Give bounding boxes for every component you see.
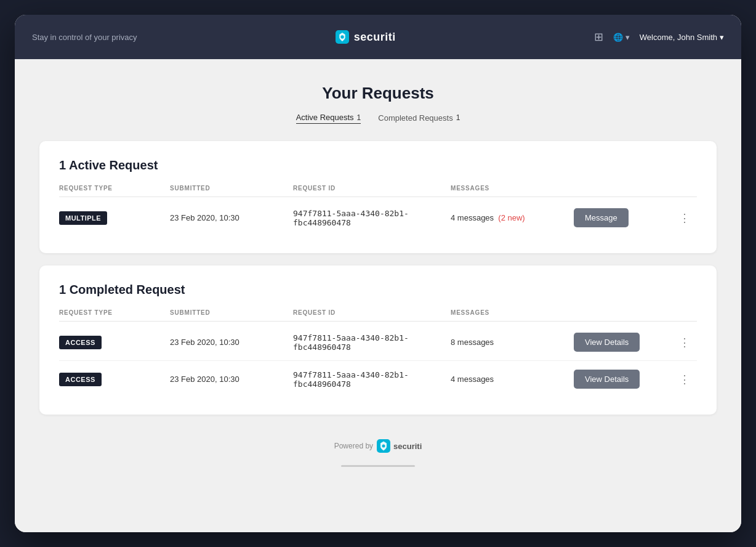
tab-active-requests[interactable]: Active Requests 1 — [296, 113, 361, 124]
more-options-icon[interactable]: ⋮ — [672, 336, 697, 349]
request-id: 947f7811-5aaa-4340-82b1-fbc448960478 — [293, 370, 451, 389]
col-more-2 — [672, 309, 697, 316]
col-request-type-2: REQUEST TYPE — [59, 309, 170, 316]
col-messages-1: MESSAGES — [451, 185, 574, 192]
more-options-icon[interactable]: ⋮ — [672, 373, 697, 386]
footer-logo-icon — [377, 439, 390, 453]
action-cell: Message — [574, 208, 672, 227]
messages-count: 8 messages — [451, 338, 574, 347]
svg-point-1 — [340, 35, 344, 39]
header: Stay in control of your privacy securiti… — [15, 15, 741, 59]
col-action-2 — [574, 309, 672, 316]
user-menu[interactable]: Welcome, John Smith ▾ — [640, 33, 724, 42]
globe-chevron-icon: ▾ — [625, 33, 630, 42]
table-row: MULTIPLE 23 Feb 2020, 10:30 947f7811-5aa… — [59, 200, 697, 236]
table-row: ACCESS 23 Feb 2020, 10:30 947f7811-5aaa-… — [59, 361, 697, 397]
messages-new: (2 new) — [498, 213, 525, 222]
badge-access-2: ACCESS — [59, 373, 170, 386]
col-submitted-1: SUBMITTED — [170, 185, 293, 192]
completed-requests-label: Completed Requests — [378, 113, 452, 123]
globe-icon: 🌐 — [613, 33, 623, 42]
messages-count: 4 messages — [451, 375, 574, 384]
col-request-type-1: REQUEST TYPE — [59, 185, 170, 192]
tabs-row: Active Requests 1 Completed Requests 1 — [39, 113, 717, 124]
page-title: Your Requests — [39, 84, 717, 103]
header-right: ⊞ 🌐 ▾ Welcome, John Smith ▾ — [594, 30, 724, 44]
request-id: 947f7811-5aaa-4340-82b1-fbc448960478 — [293, 333, 451, 352]
powered-by-text: Powered by — [334, 442, 373, 450]
logo-area: securiti — [137, 30, 594, 44]
badge-multiple: MULTIPLE — [59, 211, 170, 225]
badge-access-1: ACCESS — [59, 336, 170, 349]
completed-table-header: REQUEST TYPE SUBMITTED REQUEST ID MESSAG… — [59, 309, 697, 322]
request-id: 947f7811-5aaa-4340-82b1-fbc448960478 — [293, 209, 451, 227]
view-details-button-1[interactable]: View Details — [574, 333, 640, 352]
privacy-text: Stay in control of your privacy — [32, 33, 137, 42]
footer-logo-name: securiti — [393, 442, 422, 451]
view-details-button-2[interactable]: View Details — [574, 370, 640, 389]
active-requests-count: 1 — [357, 113, 361, 122]
col-submitted-2: SUBMITTED — [170, 309, 293, 316]
securiti-logo-icon — [336, 30, 349, 44]
device-frame: Stay in control of your privacy securiti… — [15, 15, 741, 532]
col-request-id-2: REQUEST ID — [293, 309, 451, 316]
logo-text: securiti — [354, 31, 396, 44]
col-more-1 — [672, 185, 697, 192]
svg-point-3 — [382, 445, 385, 448]
completed-requests-count: 1 — [456, 113, 460, 122]
active-card-title: 1 Active Request — [59, 158, 697, 172]
footer: Powered by securiti — [39, 427, 717, 465]
user-label: Welcome, John Smith — [640, 33, 717, 42]
messages-count: 4 messages (2 new) — [451, 213, 574, 222]
active-requests-label: Active Requests — [296, 113, 354, 122]
message-button[interactable]: Message — [574, 208, 629, 227]
submitted-date: 23 Feb 2020, 10:30 — [170, 213, 293, 222]
footer-logo: securiti — [377, 439, 422, 453]
completed-card-title: 1 Completed Request — [59, 283, 697, 297]
type-badge: MULTIPLE — [59, 211, 107, 225]
submitted-date: 23 Feb 2020, 10:30 — [170, 375, 293, 384]
type-badge: ACCESS — [59, 336, 102, 349]
col-request-id-1: REQUEST ID — [293, 185, 451, 192]
col-messages-2: MESSAGES — [451, 309, 574, 316]
table-row: ACCESS 23 Feb 2020, 10:30 947f7811-5aaa-… — [59, 324, 697, 361]
active-table-header: REQUEST TYPE SUBMITTED REQUEST ID MESSAG… — [59, 185, 697, 197]
active-requests-card: 1 Active Request REQUEST TYPE SUBMITTED … — [39, 141, 717, 253]
col-action-1 — [574, 185, 672, 192]
user-chevron-icon: ▾ — [720, 33, 724, 42]
type-badge: ACCESS — [59, 373, 102, 386]
more-options-icon[interactable]: ⋮ — [672, 211, 697, 225]
tab-completed-requests[interactable]: Completed Requests 1 — [378, 113, 460, 124]
action-cell: View Details — [574, 370, 672, 389]
action-cell: View Details — [574, 333, 672, 352]
language-selector[interactable]: 🌐 ▾ — [613, 33, 630, 42]
submitted-date: 23 Feb 2020, 10:30 — [170, 338, 293, 347]
completed-requests-card: 1 Completed Request REQUEST TYPE SUBMITT… — [39, 265, 717, 415]
scroll-hint — [341, 465, 415, 467]
grid-icon[interactable]: ⊞ — [594, 30, 603, 44]
main-content: Your Requests Active Requests 1 Complete… — [15, 59, 741, 532]
